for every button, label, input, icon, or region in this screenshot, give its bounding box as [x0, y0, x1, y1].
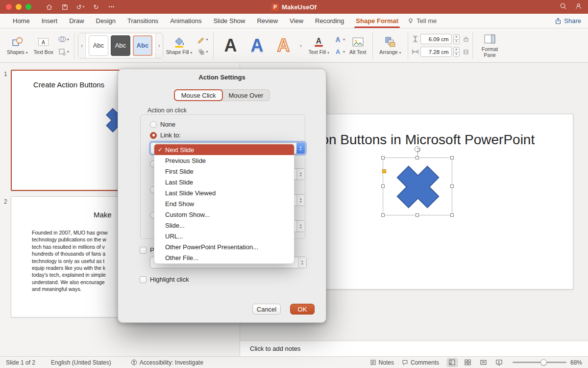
minimize-window-button[interactable]	[16, 4, 22, 10]
mouse-over-tab[interactable]: Mouse Over	[220, 89, 270, 101]
radio-link-to[interactable]: Link to:	[150, 131, 181, 139]
cancel-button[interactable]: Cancel	[252, 304, 281, 315]
more-commands-icon[interactable]: •••	[106, 1, 118, 12]
resize-handle-sw[interactable]	[381, 213, 385, 217]
save-icon[interactable]	[59, 1, 71, 12]
gallery-next-icon[interactable]: ›	[155, 33, 163, 58]
resize-handle-nw[interactable]	[381, 156, 385, 159]
slide-sorter-view-button[interactable]	[463, 358, 473, 367]
highlight-click-checkbox[interactable]: Highlight click	[140, 276, 189, 283]
tab-review[interactable]: Review	[251, 14, 284, 28]
language-indicator[interactable]: English (United States)	[51, 359, 111, 366]
notes-toggle[interactable]: Notes	[370, 359, 394, 366]
status-bar: Slide 1 of 2 English (United States) Acc…	[0, 356, 588, 368]
tab-recording[interactable]: Recording	[309, 14, 350, 28]
tab-design[interactable]: Design	[90, 14, 122, 28]
slide-counter[interactable]: Slide 1 of 2	[6, 359, 35, 366]
lock-aspect-icon[interactable]	[463, 36, 469, 42]
tab-insert[interactable]: Insert	[36, 14, 64, 28]
wordart-style-1[interactable]: A	[218, 33, 244, 58]
normal-view-button[interactable]	[447, 358, 458, 367]
shape-selection-box[interactable]	[383, 158, 452, 215]
resize-handle-w[interactable]	[381, 184, 385, 188]
tab-draw[interactable]: Draw	[63, 14, 90, 28]
slideshow-view-button[interactable]	[494, 358, 505, 367]
menu-item-slide[interactable]: Slide...	[154, 220, 294, 231]
tab-transitions[interactable]: Transitions	[122, 14, 164, 28]
undo-icon[interactable]: ↺▾	[74, 1, 86, 12]
tab-home[interactable]: Home	[7, 14, 36, 28]
comments-toggle[interactable]: Comments	[402, 359, 439, 366]
merge-shapes-button[interactable]: ▾	[58, 35, 69, 44]
menu-item-last-slide[interactable]: Last Slide	[154, 177, 294, 187]
reading-view-button[interactable]	[478, 358, 489, 367]
shape-width-input[interactable]: 7.28 cm	[420, 47, 452, 57]
shape-height-input[interactable]: 6.09 cm	[420, 34, 452, 44]
resize-handle-se[interactable]	[450, 213, 454, 217]
notes-area[interactable]: Click to add notes	[240, 341, 588, 356]
account-icon[interactable]	[575, 2, 582, 12]
tell-me-button[interactable]: Tell me	[407, 17, 437, 25]
resize-handle-s[interactable]	[416, 213, 419, 217]
menu-item-first-slide[interactable]: First Slide	[154, 166, 294, 177]
close-window-button[interactable]	[6, 4, 12, 10]
menu-item-last-slide-viewed[interactable]: Last Slide Viewed	[154, 187, 294, 198]
menu-item-custom-show[interactable]: Custom Show...	[154, 209, 294, 220]
mouse-click-tab[interactable]: Mouse Click	[174, 89, 223, 101]
text-fill-button[interactable]: A Text Fill ▾	[306, 34, 333, 57]
menu-item-other-file[interactable]: Other File...	[154, 252, 294, 263]
format-pane-button[interactable]: Format Pane	[476, 31, 504, 59]
tab-shape-format[interactable]: Shape Format	[350, 14, 404, 28]
radio-link-to-circle[interactable]	[150, 132, 157, 139]
play-sound-checkbox[interactable]: Pl	[140, 246, 156, 254]
menu-item-previous-slide[interactable]: Previous Slide	[154, 155, 294, 166]
resize-handle-e[interactable]	[450, 184, 454, 188]
wordart-next-icon[interactable]: ›	[297, 33, 305, 58]
text-effects-button[interactable]: A ▾	[334, 48, 345, 56]
radio-none[interactable]: None	[150, 121, 175, 128]
play-sound-checkbox-box[interactable]	[140, 247, 147, 254]
radio-none-circle[interactable]	[150, 121, 157, 128]
redo-icon[interactable]: ↻	[90, 1, 102, 12]
tab-view[interactable]: View	[284, 14, 309, 28]
highlight-click-checkbox-box[interactable]	[140, 276, 147, 283]
menu-item-end-show[interactable]: End Show	[154, 198, 294, 209]
shape-effects-button[interactable]: ▾	[197, 48, 208, 56]
text-outline-button[interactable]: A ▾	[334, 35, 345, 44]
x-shape[interactable]	[394, 163, 441, 210]
size-options-icon[interactable]	[463, 49, 469, 55]
zoom-percentage[interactable]: 68%	[570, 359, 582, 366]
tab-slide-show[interactable]: Slide Show	[207, 14, 251, 28]
rotate-handle[interactable]	[415, 146, 420, 152]
adjust-handle[interactable]	[382, 169, 386, 173]
edit-shape-button[interactable]: ▾	[58, 48, 69, 56]
shape-style-swatch-1[interactable]: Abc	[89, 35, 108, 56]
shapes-button[interactable]: Shapes ▾	[4, 34, 31, 57]
accessibility-status[interactable]: Accessibility: Investigate	[131, 359, 203, 366]
search-icon[interactable]	[560, 2, 567, 12]
ok-button[interactable]: OK	[290, 304, 315, 315]
wordart-style-3[interactable]: A	[271, 33, 296, 58]
shape-style-swatch-3-selected[interactable]: Abc	[133, 35, 152, 56]
home-icon[interactable]	[43, 1, 55, 12]
arrange-button[interactable]: Arrange ▾	[376, 34, 404, 57]
zoom-slider-thumb[interactable]	[540, 359, 547, 366]
height-stepper[interactable]: ▴▾	[453, 34, 460, 44]
resize-handle-ne[interactable]	[450, 156, 454, 159]
fullscreen-window-button[interactable]	[25, 4, 31, 10]
gallery-prev-icon[interactable]: ‹	[78, 33, 86, 58]
menu-item-url[interactable]: URL...	[154, 231, 294, 241]
alt-text-button[interactable]: Alt Text	[346, 34, 369, 57]
width-stepper[interactable]: ▴▾	[453, 47, 460, 57]
menu-item-next-slide[interactable]: ✓Next Slide	[154, 144, 294, 155]
tab-animations[interactable]: Animations	[164, 14, 207, 28]
shape-style-swatch-2[interactable]: Abc	[111, 35, 130, 56]
shape-fill-button[interactable]: Shape Fill ▾	[163, 34, 196, 57]
text-box-button[interactable]: A Text Box	[31, 34, 56, 57]
zoom-slider[interactable]	[513, 362, 566, 363]
resize-handle-n[interactable]	[416, 156, 419, 159]
menu-item-other-presentation[interactable]: Other PowerPoint Presentation...	[154, 241, 294, 252]
shape-outline-button[interactable]: ▾	[197, 35, 208, 44]
share-button[interactable]: Share	[555, 17, 581, 25]
wordart-style-2[interactable]: A	[245, 33, 270, 58]
